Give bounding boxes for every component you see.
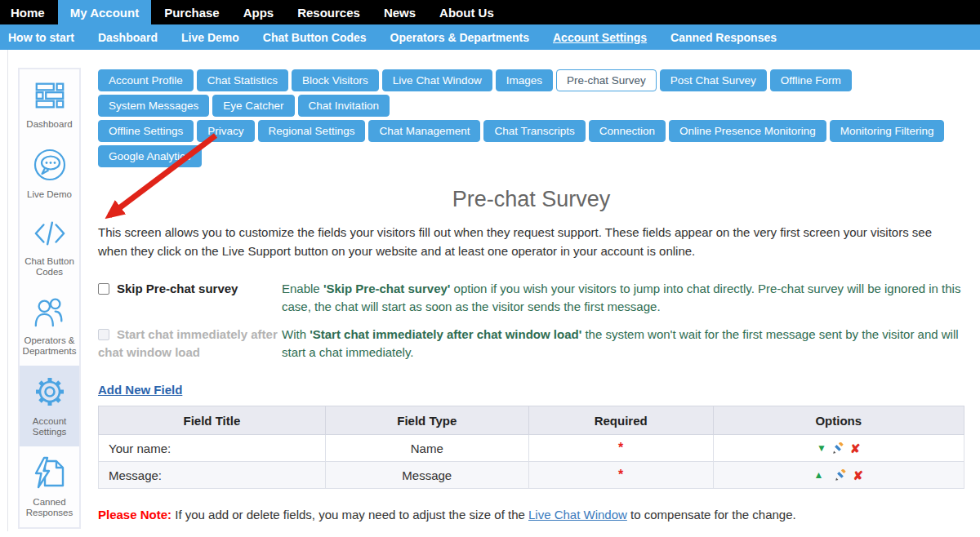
column-header-field-type: Field Type [325,406,528,435]
desc-text: Enable [282,282,323,295]
table-row-your-name: Your name: Name * ▼ ✘ [99,435,964,462]
sidebar-item-account-settings[interactable]: Account Settings [20,366,79,446]
column-header-required: Required [528,406,713,435]
operators-icon [32,295,68,331]
desc-bold-text: 'Start chat immediately after chat windo… [310,327,581,341]
start-chat-option: Start chat immediately after chat window… [98,326,282,362]
start-chat-label: Start chat immediately after chat window… [98,327,278,359]
skip-prechat-option: Skip Pre-chat survey [98,280,282,316]
add-new-field-link[interactable]: Add New Field [98,383,182,397]
tab-chat-transcripts[interactable]: Chat Transcripts [483,120,585,142]
sub-nav-operators-departments[interactable]: Operators & Departments [382,31,537,44]
live-demo-icon [32,147,68,185]
tab-images[interactable]: Images [496,69,553,91]
options-cell: ▼ ✘ [713,435,964,462]
tab-pre-chat-survey[interactable]: Pre-chat Survey [556,69,657,91]
skip-prechat-label: Skip Pre-chat survey [117,282,238,295]
skip-prechat-description: Enable 'Skip Pre-chat survey' option if … [282,280,964,316]
field-title-cell: Message: [99,462,326,489]
desc-text: With [282,327,310,341]
top-nav-resources[interactable]: Resources [287,0,371,24]
skip-prechat-checkbox[interactable] [98,283,109,295]
move-down-icon[interactable]: ▼ [817,443,826,453]
tab-eye-catcher[interactable]: Eye Catcher [212,95,294,117]
table-row-message: Message: Message * ▲ ✘ [99,462,964,489]
start-chat-checkbox[interactable] [98,329,109,340]
options-cell: ▲ ✘ [713,462,964,489]
sub-nav-live-demo[interactable]: Live Demo [173,31,247,44]
top-nav-my-account[interactable]: My Account [58,0,151,24]
top-nav-apps[interactable]: Apps [233,0,285,24]
tab-online-presence-monitoring[interactable]: Online Presence Monitoring [669,120,826,142]
top-nav: Home My Account Purchase Apps Resources … [0,0,980,24]
sub-nav: How to start Dashboard Live Demo Chat Bu… [0,24,980,50]
sidebar-label: Canned Responses [21,497,78,518]
tab-block-visitors[interactable]: Block Visitors [292,69,379,91]
required-cell: * [528,435,713,462]
note-text: If you add or delete fields, you may nee… [172,508,528,521]
left-divider [7,50,8,531]
field-type-cell: Name [325,435,528,462]
top-nav-news[interactable]: News [373,0,426,24]
delete-icon[interactable]: ✘ [853,469,863,482]
lightning-page-icon [32,455,68,493]
page-intro: This screen allows you to customize the … [98,223,964,260]
sidebar-item-chat-button-codes[interactable]: Chat Button Codes [20,208,79,286]
sidebar-item-dashboard[interactable]: Dashboard [20,69,79,138]
sub-nav-dashboard[interactable]: Dashboard [90,31,166,44]
tab-chat-invitation[interactable]: Chat Invitation [298,95,390,117]
tab-offline-form[interactable]: Offline Form [770,69,852,91]
tab-account-profile[interactable]: Account Profile [98,69,194,91]
column-header-options: Options [713,406,964,435]
please-note-label: Please Note: [98,508,172,521]
tab-chat-management[interactable]: Chat Management [368,120,480,142]
tab-regional-settings[interactable]: Regional Settings [258,120,366,142]
gear-icon [32,374,68,412]
start-chat-description: With 'Start chat immediately after chat … [282,326,964,362]
edit-icon[interactable] [832,442,844,455]
sidebar-label: Chat Button Codes [21,256,78,277]
tab-live-chat-window[interactable]: Live Chat Window [382,69,492,91]
main-content: Account Profile Chat Statistics Block Vi… [98,69,964,521]
sidebar-item-operators-departments[interactable]: Operators & Departments [20,286,79,366]
top-nav-about-us[interactable]: About Us [429,0,505,24]
required-cell: * [528,462,713,489]
code-icon [32,217,68,252]
column-header-field-title: Field Title [99,406,326,435]
sidebar-label: Account Settings [21,416,78,437]
survey-options: Skip Pre-chat survey Enable 'Skip Pre-ch… [98,280,964,362]
sub-nav-chat-button-codes[interactable]: Chat Button Codes [255,31,375,44]
tab-privacy[interactable]: Privacy [197,120,254,142]
field-title-cell: Your name: [99,435,326,462]
delete-icon[interactable]: ✘ [850,442,861,455]
sub-nav-account-settings[interactable]: Account Settings [545,31,655,44]
top-nav-purchase[interactable]: Purchase [154,0,230,24]
sub-nav-how-to-start[interactable]: How to start [0,31,82,44]
edit-icon[interactable] [835,469,847,482]
tab-google-analytics[interactable]: Google Analytics [98,145,202,167]
tab-chat-statistics[interactable]: Chat Statistics [197,69,288,91]
move-up-icon[interactable]: ▲ [814,470,824,480]
tab-system-messages[interactable]: System Messages [98,95,209,117]
field-type-cell: Message [325,462,528,489]
fields-table: Field Title Field Type Required Options … [98,406,964,489]
tab-connection[interactable]: Connection [589,120,666,142]
note-text: to compensate for the change. [627,508,796,521]
tab-offline-settings[interactable]: Offline Settings [98,120,194,142]
sidebar-label: Operators & Departments [21,335,78,357]
tab-post-chat-survey[interactable]: Post Chat Survey [660,69,767,91]
settings-tabs-row-1: Account Profile Chat Statistics Block Vi… [98,69,964,120]
page-title: Pre-chat Survey [98,187,964,212]
tab-monitoring-filtering[interactable]: Monitoring Filtering [830,120,945,142]
required-asterisk: * [618,468,623,482]
sub-nav-canned-responses[interactable]: Canned Responses [662,31,785,44]
sidebar-label: Live Demo [27,189,72,200]
desc-bold-text: 'Skip Pre-chat survey' [323,282,451,295]
top-nav-home[interactable]: Home [0,0,56,24]
sidebar: Dashboard Live Demo Chat Button Codes [18,68,81,529]
sidebar-item-canned-responses[interactable]: Canned Responses [20,446,79,527]
required-asterisk: * [618,441,623,455]
fields-table-header-row: Field Title Field Type Required Options [99,406,964,435]
sidebar-item-live-demo[interactable]: Live Demo [20,138,79,208]
live-chat-window-link[interactable]: Live Chat Window [528,508,627,521]
